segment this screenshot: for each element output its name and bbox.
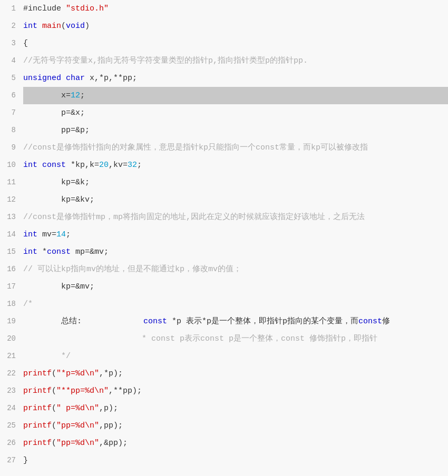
line-number: 7 — [3, 104, 16, 122]
code-line: int const *kp,k=20,kv=32; — [23, 156, 448, 174]
line-number: 6 — [3, 87, 16, 104]
code-line: #include "stdio.h" — [23, 0, 448, 17]
line-number: 23 — [3, 382, 16, 400]
code-line: // 可以让kp指向mv的地址，但是不能通过kp，修改mv的值； — [23, 261, 448, 278]
code-line: //无符号字符变量x,指向无符号字符变量类型的指针p,指向指针类型p的指针pp. — [23, 52, 448, 70]
code-editor: 1234567891011121314151617181920212223242… — [0, 0, 448, 469]
code-line: pp=&p; — [23, 122, 448, 139]
code-line: printf("*p=%d\n",*p); — [23, 365, 448, 382]
line-number: 13 — [3, 209, 16, 226]
line-number: 22 — [3, 365, 16, 382]
line-number: 19 — [3, 313, 16, 330]
line-number: 16 — [3, 261, 16, 278]
line-number: 5 — [3, 70, 16, 87]
line-number: 20 — [3, 330, 16, 348]
code-line: printf("**pp=%d\n",**pp); — [23, 382, 448, 400]
line-number-gutter: 1234567891011121314151617181920212223242… — [0, 0, 19, 469]
line-number: 24 — [3, 400, 16, 417]
line-number: 2 — [3, 17, 16, 35]
code-line: int main(void) — [23, 17, 448, 35]
line-number: 12 — [3, 191, 16, 209]
line-number: 4 — [3, 52, 16, 70]
code-line: { — [23, 35, 448, 52]
code-line: kp=&k; — [23, 174, 448, 191]
line-number: 9 — [3, 139, 16, 156]
code-line: x=12; — [23, 87, 448, 104]
code-content: #include "stdio.h"int main(void){//无符号字符… — [19, 0, 448, 469]
code-line: kp=&mv; — [23, 278, 448, 295]
line-number: 8 — [3, 122, 16, 139]
line-number: 25 — [3, 417, 16, 434]
code-line: */ — [23, 348, 448, 365]
code-line: * const p表示const p是一个整体，const 修饰指针p，即指针 — [23, 330, 448, 348]
line-number: 1 — [3, 0, 16, 17]
line-number: 15 — [3, 243, 16, 261]
code-line: printf("pp=%d\n",&pp); — [23, 434, 448, 452]
code-line: 总结: const *p 表示*p是一个整体，即指针p指向的某个变量，而cons… — [23, 313, 448, 330]
code-line: } — [23, 452, 448, 469]
code-line: //const是修饰指针mp，mp将指向固定的地址,因此在定义的时候就应该指定好… — [23, 209, 448, 226]
line-number: 18 — [3, 295, 16, 313]
line-number: 14 — [3, 226, 16, 243]
code-line: int *const mp=&mv; — [23, 243, 448, 261]
code-line: int mv=14; — [23, 226, 448, 243]
code-line: printf(" p=%d\n",p); — [23, 400, 448, 417]
line-number: 11 — [3, 174, 16, 191]
line-number: 10 — [3, 156, 16, 174]
line-number: 3 — [3, 35, 16, 52]
line-number: 27 — [3, 452, 16, 469]
code-line: unsigned char x,*p,**pp; — [23, 70, 448, 87]
line-number: 17 — [3, 278, 16, 295]
line-number: 21 — [3, 348, 16, 365]
code-line: p=&x; — [23, 104, 448, 122]
code-line: printf("pp=%d\n",pp); — [23, 417, 448, 434]
line-number: 26 — [3, 434, 16, 452]
code-line: /* — [23, 295, 448, 313]
code-line: //const是修饰指针指向的对象属性，意思是指针kp只能指向一个const常量… — [23, 139, 448, 156]
code-line: kp=&kv; — [23, 191, 448, 209]
